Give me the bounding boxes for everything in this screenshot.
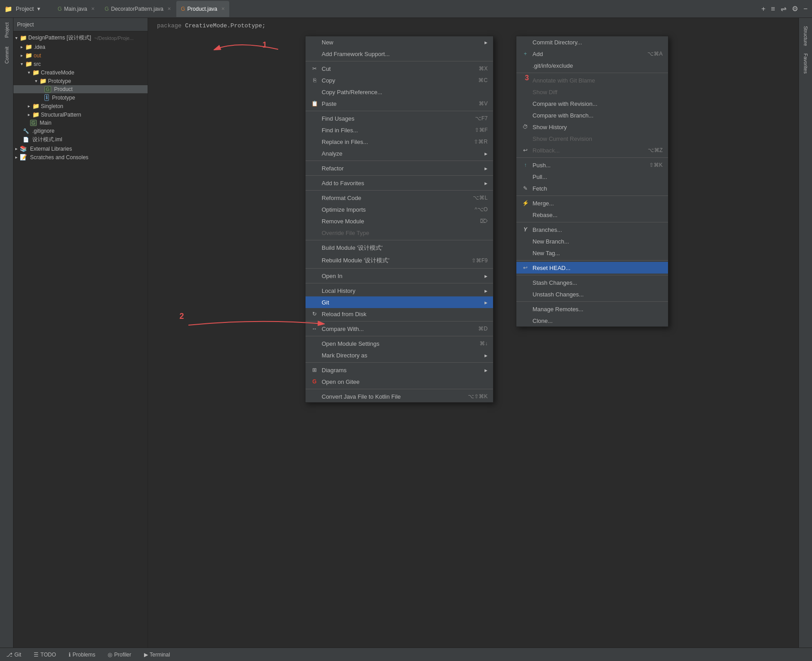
git-menu-manage-remotes[interactable]: Manage Remotes... <box>516 303 668 315</box>
menu-item-open-in[interactable]: Open In <box>306 270 493 282</box>
menu-item-compare-with[interactable]: ↔ Compare With... ⌘D <box>306 323 493 335</box>
menu-item-new[interactable]: New <box>306 36 493 48</box>
menu-item-reformat[interactable]: Reformat Code ⌥⌘L <box>306 192 493 204</box>
sidebar-structure-label[interactable]: Structure <box>801 22 810 50</box>
tree-item-prototype-folder[interactable]: 📁 Prototype <box>13 77 148 85</box>
tree-item-iml[interactable]: 📄 设计模式.iml <box>13 135 148 144</box>
menu-shortcut-compare: ⌘D <box>478 326 488 332</box>
tab-close-product[interactable]: ✕ <box>221 6 225 11</box>
bottom-item-problems[interactable]: ℹ Problems <box>66 651 98 659</box>
menu-item-open-gitee[interactable]: G Open on Gitee <box>306 376 493 387</box>
tab-decorator-java[interactable]: G DecoratorPattern.java ✕ <box>100 1 175 17</box>
tree-item-creativemode[interactable]: 📁 CreativeMode <box>13 68 148 77</box>
menu-item-refactor[interactable]: Refactor <box>306 162 493 174</box>
menu-item-cut[interactable]: ✂ Cut ⌘X <box>306 63 493 74</box>
git-label-push: Push... <box>533 162 646 169</box>
git-menu-stash[interactable]: Stash Changes... <box>516 277 668 288</box>
tree-arrow-designpatterns <box>15 35 17 40</box>
menu-item-reload-disk[interactable]: ↻ Reload from Disk <box>306 308 493 320</box>
tree-suffix-designpatterns: ~/Desktop/Proje... <box>94 35 134 41</box>
project-dropdown-icon[interactable]: ▾ <box>37 5 40 12</box>
tree-item-prototype-class[interactable]: ℹ Prototype <box>13 93 148 102</box>
menu-item-module-settings[interactable]: Open Module Settings ⌘↓ <box>306 338 493 349</box>
tree-item-singleton[interactable]: 📁 Singleton <box>13 102 148 110</box>
sidebar-favorites-label[interactable]: Favorites <box>801 50 810 77</box>
tree-label-structural: StructuralPattern <box>41 112 81 118</box>
git-menu-new-branch[interactable]: New Branch... <box>516 235 668 247</box>
action-minimize[interactable]: − <box>803 5 808 13</box>
git-menu-fetch[interactable]: ✎ Fetch <box>516 183 668 194</box>
git-label-add: Add <box>533 51 644 57</box>
menu-item-replace-files[interactable]: Replace in Files... ⇧⌘R <box>306 136 493 148</box>
menu-item-add-framework[interactable]: Add Framework Support... <box>306 48 493 60</box>
tree-item-external-libs[interactable]: 📚 External Libraries <box>13 144 148 153</box>
tab-close-decorator[interactable]: ✕ <box>167 6 171 11</box>
tree-item-out[interactable]: 📁 out <box>13 51 148 60</box>
project-icon: 📁 <box>4 5 12 13</box>
menu-item-convert-kotlin[interactable]: Convert Java File to Kotlin File ⌥⇧⌘K <box>306 391 493 402</box>
menu-item-rebuild-module[interactable]: Rebuild Module '设计模式' ⇧⌘F9 <box>306 254 493 267</box>
menu-shortcut-copy: ⌘C <box>478 77 488 83</box>
git-label-manage-remotes: Manage Remotes... <box>533 306 663 313</box>
git-label-new-tag: New Tag... <box>533 250 663 257</box>
git-menu-rebase[interactable]: Rebase... <box>516 209 668 221</box>
git-menu-exclude[interactable]: .git/info/exclude <box>516 60 668 71</box>
tab-icon-decorator: G <box>105 6 109 12</box>
git-menu-new-tag[interactable]: New Tag... <box>516 247 668 259</box>
git-menu-branches[interactable]: Y Branches... <box>516 224 668 235</box>
menu-item-analyze[interactable]: Analyze <box>306 148 493 159</box>
sidebar-project-label[interactable]: Project <box>4 22 9 38</box>
tab-close-main[interactable]: ✕ <box>91 6 95 11</box>
action-add[interactable]: + <box>761 5 765 13</box>
tree-item-designpatterns[interactable]: 📁 DesignPatterns [设计模式] ~/Desktop/Proje.… <box>13 33 148 43</box>
menu-item-find-files[interactable]: Find in Files... ⇧⌘F <box>306 124 493 136</box>
git-menu-push[interactable]: ↑ Push... ⇧⌘K <box>516 159 668 171</box>
menu-item-diagrams[interactable]: ⊞ Diagrams <box>306 364 493 376</box>
tree-item-product[interactable]: G Product <box>13 85 148 93</box>
folder-icon-structural: 📁 <box>32 111 39 118</box>
tree-item-main[interactable]: G Main <box>13 119 148 127</box>
tab-product-java[interactable]: G Product.java ✕ <box>176 1 229 17</box>
menu-icon-gitee: G <box>311 378 318 385</box>
git-menu-commit-dir[interactable]: Commit Directory... <box>516 36 668 48</box>
git-menu-clone[interactable]: Clone... <box>516 315 668 326</box>
git-menu-compare-branch[interactable]: Compare with Branch... <box>516 109 668 121</box>
menu-item-mark-directory[interactable]: Mark Directory as <box>306 349 493 361</box>
bottom-item-terminal[interactable]: ▶ Terminal <box>141 651 173 659</box>
git-menu-add[interactable]: + Add ⌥⌘A <box>516 48 668 60</box>
tree-item-idea[interactable]: 📁 .idea <box>13 43 148 51</box>
tree-item-scratches[interactable]: 📝 Scratches and Consoles <box>13 153 148 161</box>
git-menu-show-history[interactable]: ⏱ Show History <box>516 121 668 133</box>
tree-item-gitignore[interactable]: 🔧 .gitignore <box>13 127 148 135</box>
menu-label-rebuild-module: Rebuild Module '设计模式' <box>322 257 468 265</box>
tab-icon-product: G <box>181 6 185 12</box>
menu-item-copy-path[interactable]: Copy Path/Reference... <box>306 86 493 98</box>
action-split[interactable]: ⇌ <box>781 4 786 13</box>
action-menu[interactable]: ≡ <box>771 5 775 13</box>
menu-item-favorites[interactable]: Add to Favorites <box>306 177 493 189</box>
menu-item-remove-module[interactable]: Remove Module ⌦ <box>306 215 493 227</box>
git-menu-pull[interactable]: Pull... <box>516 171 668 183</box>
menu-shortcut-remove-module: ⌦ <box>480 218 488 224</box>
sidebar-commit-label[interactable]: Commit <box>4 47 9 64</box>
git-menu-merge[interactable]: ⚡ Merge... <box>516 197 668 209</box>
tree-item-src[interactable]: 📁 src <box>13 60 148 68</box>
tree-arrow-out <box>21 53 23 58</box>
git-menu-reset-head[interactable]: ↩ Reset HEAD... <box>516 262 668 274</box>
git-menu-compare-revision[interactable]: Compare with Revision... <box>516 98 668 109</box>
tree-item-structural[interactable]: 📁 StructuralPattern <box>13 110 148 119</box>
bottom-item-git[interactable]: ⎇ Git <box>4 651 24 659</box>
git-menu-unstash[interactable]: Unstash Changes... <box>516 288 668 300</box>
menu-item-git[interactable]: Git <box>306 296 493 308</box>
menu-item-copy[interactable]: ⎘ Copy ⌘C <box>306 74 493 86</box>
menu-item-local-history[interactable]: Local History <box>306 285 493 296</box>
menu-item-build-module[interactable]: Build Module '设计模式' <box>306 242 493 254</box>
menu-label-favorites: Add to Favorites <box>322 180 481 187</box>
bottom-item-todo[interactable]: ☰ TODO <box>31 651 58 659</box>
menu-item-paste[interactable]: 📋 Paste ⌘V <box>306 98 493 109</box>
action-settings[interactable]: ⚙ <box>792 4 798 13</box>
menu-item-find-usages[interactable]: Find Usages ⌥F7 <box>306 113 493 124</box>
menu-item-optimize[interactable]: Optimize Imports ^⌥O <box>306 204 493 215</box>
bottom-item-profiler[interactable]: ◎ Profiler <box>105 651 134 659</box>
tab-main-java[interactable]: G Main.java ✕ <box>53 1 99 17</box>
